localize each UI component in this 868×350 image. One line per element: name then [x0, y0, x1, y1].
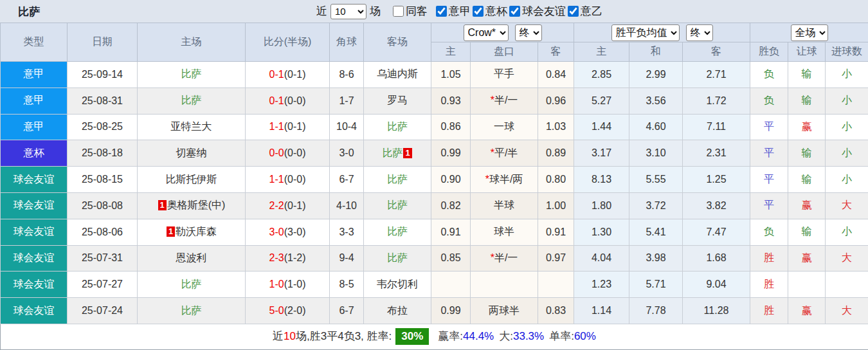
- goals-result: 小: [826, 88, 868, 114]
- recent-count-select[interactable]: 10: [330, 4, 366, 19]
- away-team-cell[interactable]: 韦尔切利: [364, 272, 431, 298]
- europe-odds-header: 胜平负均值 终: [574, 23, 750, 42]
- league-filter[interactable]: 球会友谊: [509, 4, 566, 19]
- fulltime-score: 3-0: [269, 226, 284, 237]
- home-team-cell[interactable]: 1奥格斯堡(中): [138, 192, 246, 219]
- away-team-cell[interactable]: 比萨: [364, 192, 431, 219]
- asian-odds-header: Crow* 终: [431, 23, 574, 42]
- home-team-cell[interactable]: 比萨: [138, 272, 246, 298]
- halftime-score: (1-0): [284, 279, 306, 290]
- col-corners: 角球: [330, 23, 364, 62]
- asian-home-odds: [431, 272, 471, 298]
- league-filter-label: 意乙: [581, 4, 602, 19]
- europe-away-odds: 1.72: [683, 88, 750, 114]
- odds-company-select[interactable]: Crow*: [464, 24, 509, 41]
- home-team-name[interactable]: 比斯托伊斯: [166, 174, 217, 185]
- halftime-score: (0-0): [284, 147, 306, 158]
- league-filter-label: 球会友谊: [522, 4, 566, 19]
- home-team-name[interactable]: 切塞纳: [176, 147, 207, 158]
- summary-count: 10: [284, 330, 296, 342]
- result-scope-select[interactable]: 全场: [791, 24, 828, 41]
- away-team-name[interactable]: 比萨: [382, 147, 402, 158]
- match-history-panel: 比萨 近 10 场 同客 意甲意杯球会友谊意乙 类型 日期 主: [0, 0, 868, 350]
- away-team-name[interactable]: 布拉: [387, 305, 408, 316]
- goals-result: 小: [826, 62, 868, 88]
- goals-result: 小: [826, 140, 868, 167]
- same-away-checkbox[interactable]: [393, 6, 404, 17]
- asian-home-odds: 0.85: [431, 245, 471, 272]
- table-row: 球会友谊25-08-15比斯托伊斯1-1(0-0)6-7比萨0.90*球半/两0…: [1, 167, 868, 193]
- away-team-cell[interactable]: 比萨: [364, 114, 431, 140]
- europe-away-odds: 1.68: [683, 245, 750, 272]
- halftime-score: (0-1): [284, 121, 306, 132]
- same-away-filter[interactable]: 同客: [393, 4, 428, 19]
- home-team-cell[interactable]: 1勒沃库森: [138, 219, 246, 245]
- score-cell: 2-2(0-1): [246, 192, 330, 219]
- league-filter-checkbox[interactable]: [509, 6, 520, 17]
- score-cell: 3-0(3-0): [246, 219, 330, 245]
- league-filter[interactable]: 意乙: [568, 4, 602, 19]
- away-team-cell[interactable]: 比萨: [364, 245, 431, 272]
- fulltime-score: 2-2: [269, 200, 284, 211]
- home-team-cell[interactable]: 比萨: [138, 298, 246, 324]
- asian-handicap-line: *半/一: [471, 88, 538, 114]
- corners-cell: 9-4: [330, 245, 364, 272]
- summary-stats: 赢率:44.4%大:33.3%单率:60%: [433, 330, 596, 342]
- match-date: 25-07-31: [68, 245, 138, 272]
- home-team-name[interactable]: 比萨: [181, 95, 202, 106]
- asian-away-odds: 0.84: [538, 62, 574, 88]
- win-rate-badge: 30%: [395, 328, 429, 345]
- home-team-name[interactable]: 亚特兰大: [171, 121, 212, 132]
- league-badge: 意甲: [1, 62, 68, 88]
- asian-odds-time-select[interactable]: 终: [515, 24, 542, 41]
- match-date: 25-07-24: [68, 298, 138, 324]
- asian-away-odds: 0.89: [538, 140, 574, 167]
- home-team-name[interactable]: 恩波利: [176, 252, 207, 263]
- match-outcome: 负: [750, 88, 788, 114]
- red-card-badge: 1: [167, 226, 175, 237]
- home-team-cell[interactable]: 亚特兰大: [138, 114, 246, 140]
- home-team-cell[interactable]: 比萨: [138, 62, 246, 88]
- europe-odds-avg-select[interactable]: 胜平负均值: [611, 24, 680, 41]
- match-outcome: 胜: [750, 272, 788, 298]
- europe-odds-time-select[interactable]: 终: [686, 24, 713, 41]
- league-filter[interactable]: 意甲: [436, 4, 471, 19]
- away-team-name[interactable]: 罗马: [387, 95, 408, 106]
- league-filter-checkbox[interactable]: [568, 6, 579, 17]
- away-team-name[interactable]: 比萨: [387, 174, 408, 185]
- europe-home-odds: 5.27: [574, 88, 629, 114]
- away-team-cell[interactable]: 比萨1: [364, 140, 431, 167]
- home-team-cell[interactable]: 比萨: [138, 88, 246, 114]
- home-team-name[interactable]: 比萨: [181, 68, 202, 79]
- summary-stat-value: 33.3%: [513, 330, 544, 342]
- away-team-cell[interactable]: 罗马: [364, 88, 431, 114]
- league-filter[interactable]: 意杯: [473, 4, 507, 19]
- away-team-name[interactable]: 比萨: [387, 252, 408, 263]
- home-team-name[interactable]: 比萨: [181, 279, 202, 290]
- away-team-name[interactable]: 比萨: [387, 121, 408, 132]
- away-team-cell[interactable]: 比萨: [364, 167, 431, 193]
- col-outcome: 胜负: [750, 42, 788, 62]
- away-team-cell[interactable]: 布拉: [364, 298, 431, 324]
- away-team-name[interactable]: 乌迪内斯: [377, 68, 418, 79]
- halftime-score: (0-1): [284, 200, 306, 211]
- home-team-cell[interactable]: 恩波利: [138, 245, 246, 272]
- corners-cell: 4-10: [330, 192, 364, 219]
- home-team-name[interactable]: 勒沃库森: [176, 226, 217, 237]
- europe-draw-odds: 2.99: [629, 62, 683, 88]
- away-team-name[interactable]: 韦尔切利: [377, 279, 418, 290]
- home-team-cell[interactable]: 切塞纳: [138, 140, 246, 167]
- away-team-cell[interactable]: 乌迪内斯: [364, 62, 431, 88]
- europe-away-odds: 3.82: [683, 192, 750, 219]
- match-outcome: 胜: [750, 298, 788, 324]
- home-team-name[interactable]: 比萨: [181, 305, 202, 316]
- home-team-name[interactable]: 奥格斯堡(中): [167, 199, 226, 210]
- away-team-name[interactable]: 比萨: [387, 226, 408, 237]
- halftime-score: (2-0): [284, 305, 306, 316]
- away-team-name[interactable]: 比萨: [387, 199, 408, 210]
- league-filter-checkbox[interactable]: [436, 6, 447, 17]
- league-filter-checkbox[interactable]: [473, 6, 484, 17]
- away-team-cell[interactable]: 比萨: [364, 219, 431, 245]
- filter-controls: 近 10 场 同客 意甲意杯球会友谊意乙: [313, 0, 602, 23]
- home-team-cell[interactable]: 比斯托伊斯: [138, 167, 246, 193]
